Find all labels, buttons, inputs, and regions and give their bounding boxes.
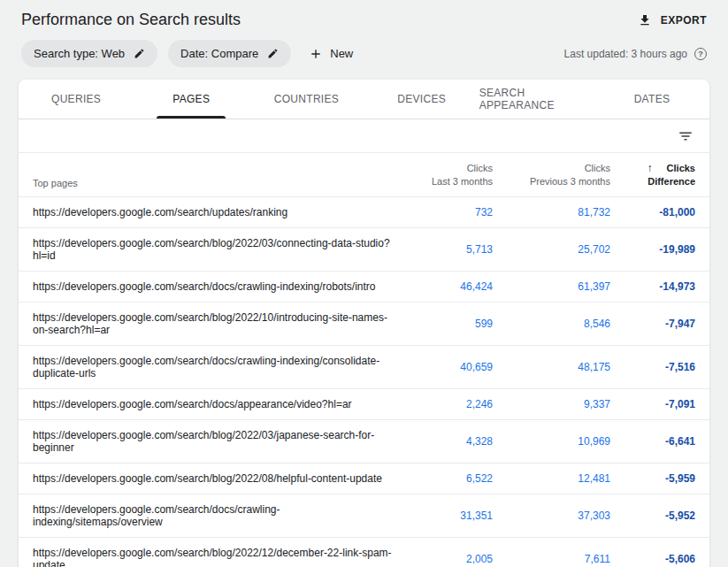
clicks-previous-3-months-value: 12,481: [493, 464, 610, 494]
search-console-performance-page: Performance on Search results EXPORT Sea…: [0, 0, 728, 567]
clicks-previous-3-months-value: 37,303: [493, 494, 610, 538]
clicks-difference-value: -7,947: [610, 303, 709, 346]
help-icon[interactable]: ?: [694, 48, 707, 60]
new-filter-label: New: [330, 47, 353, 60]
clicks-difference-value: -5,959: [610, 464, 709, 494]
clicks-last-3-months-value: 2,246: [394, 389, 493, 420]
clicks-difference-value: -6,641: [610, 420, 709, 464]
clicks-difference-value: -14,973: [610, 272, 709, 303]
page-url[interactable]: https://developers.google.com/search/doc…: [19, 272, 394, 303]
date-compare-chip-label: Date: Compare: [180, 47, 258, 60]
clicks-last-3-months-value: 40,659: [394, 346, 493, 389]
page-url[interactable]: https://developers.google.com/search/blo…: [19, 420, 394, 464]
clicks-previous-3-months-value: 25,702: [493, 228, 610, 272]
table-row[interactable]: https://developers.google.com/search/upd…: [19, 197, 709, 228]
table-row[interactable]: https://developers.google.com/search/blo…: [19, 464, 709, 494]
search-type-chip-label: Search type: Web: [34, 47, 125, 60]
clicks-difference-value: -5,606: [610, 538, 709, 567]
plus-icon: [309, 47, 323, 61]
col-header-top-pages[interactable]: Top pages: [19, 153, 394, 197]
page-url[interactable]: https://developers.google.com/search/blo…: [19, 538, 394, 567]
clicks-last-3-months-value: 732: [394, 197, 493, 228]
tab-dates[interactable]: DATES: [594, 80, 709, 119]
table-row[interactable]: https://developers.google.com/search/blo…: [19, 538, 709, 567]
clicks-difference-value: -7,091: [610, 389, 709, 420]
tab-search-appearance[interactable]: SEARCH APPEARANCE: [479, 80, 594, 119]
export-button[interactable]: EXPORT: [638, 13, 707, 27]
table-row[interactable]: https://developers.google.com/search/doc…: [19, 389, 709, 420]
page-url[interactable]: https://developers.google.com/search/doc…: [19, 346, 394, 389]
tab-label: DATES: [634, 93, 671, 105]
tab-devices[interactable]: DEVICES: [364, 80, 479, 119]
table-row[interactable]: https://developers.google.com/search/blo…: [19, 303, 709, 346]
col-header-clicks-last-3-months[interactable]: Clicks Last 3 months: [394, 153, 493, 197]
clicks-last-3-months-value: 5,713: [394, 228, 493, 272]
sort-ascending-icon: ↑: [648, 162, 653, 174]
filter-chips: Search type: Web Date: Compare New: [21, 40, 353, 67]
top-pages-table: Top pages Clicks Last 3 months Clicks Pr…: [19, 153, 709, 567]
col-header-clicks-previous-3-months[interactable]: Clicks Previous 3 months: [493, 153, 610, 197]
page-header: Performance on Search results EXPORT: [0, 0, 728, 33]
clicks-previous-3-months-value: 10,969: [493, 420, 610, 464]
edit-pencil-icon: [267, 48, 279, 59]
col-header-clicks-difference[interactable]: ↑Clicks Difference: [610, 153, 709, 197]
edit-pencil-icon: [134, 48, 145, 59]
table-row[interactable]: https://developers.google.com/search/doc…: [19, 346, 709, 389]
tab-pages[interactable]: PAGES: [134, 80, 249, 119]
download-icon: [638, 13, 652, 27]
last-updated: Last updated: 3 hours ago ?: [564, 48, 707, 60]
clicks-previous-3-months-value: 48,175: [493, 346, 610, 389]
clicks-last-3-months-value: 31,351: [394, 494, 493, 538]
tab-countries[interactable]: COUNTRIES: [249, 80, 364, 119]
col-header-line: Previous 3 months: [493, 175, 610, 188]
clicks-previous-3-months-value: 7,611: [493, 538, 610, 567]
page-url[interactable]: https://developers.google.com/search/upd…: [19, 197, 394, 228]
clicks-last-3-months-value: 2,005: [394, 538, 493, 567]
table-toolbar: [19, 119, 709, 153]
clicks-last-3-months-value: 599: [394, 303, 493, 346]
table-row[interactable]: https://developers.google.com/search/blo…: [19, 420, 709, 464]
table-row[interactable]: https://developers.google.com/search/doc…: [19, 272, 709, 303]
table-row[interactable]: https://developers.google.com/search/blo…: [19, 228, 709, 272]
tab-label: COUNTRIES: [274, 93, 339, 105]
filter-list-icon: [678, 128, 694, 144]
tab-label: DEVICES: [397, 93, 446, 105]
clicks-difference-value: -7,516: [610, 346, 709, 389]
col-header-line: ↑Clicks: [610, 162, 695, 175]
table-row[interactable]: https://developers.google.com/search/doc…: [19, 494, 709, 538]
clicks-previous-3-months-value: 8,546: [493, 303, 610, 346]
clicks-previous-3-months-value: 61,397: [493, 272, 610, 303]
page-title: Performance on Search results: [21, 11, 241, 29]
page-url[interactable]: https://developers.google.com/search/blo…: [19, 464, 394, 494]
page-url[interactable]: https://developers.google.com/search/blo…: [19, 228, 394, 272]
tab-label: SEARCH APPEARANCE: [479, 87, 594, 111]
tab-queries[interactable]: QUERIES: [19, 80, 134, 119]
col-header-line: Difference: [610, 175, 695, 188]
clicks-difference-value: -81,000: [610, 197, 709, 228]
performance-table-card: QUERIES PAGES COUNTRIES DEVICES SEARCH A…: [19, 80, 709, 567]
filter-rows-button[interactable]: [674, 125, 697, 148]
clicks-last-3-months-value: 4,328: [394, 420, 493, 464]
clicks-previous-3-months-value: 9,337: [493, 389, 610, 420]
tab-label: QUERIES: [51, 93, 101, 105]
search-type-chip[interactable]: Search type: Web: [21, 40, 157, 67]
clicks-previous-3-months-value: 81,732: [493, 197, 610, 228]
col-header-line: Clicks: [493, 162, 610, 175]
table-header-row: Top pages Clicks Last 3 months Clicks Pr…: [19, 153, 709, 197]
clicks-last-3-months-value: 6,522: [394, 464, 493, 494]
tab-bar: QUERIES PAGES COUNTRIES DEVICES SEARCH A…: [19, 80, 709, 119]
tab-label: PAGES: [172, 93, 210, 105]
page-url[interactable]: https://developers.google.com/search/blo…: [19, 303, 394, 346]
clicks-last-3-months-value: 46,424: [394, 272, 493, 303]
date-compare-chip[interactable]: Date: Compare: [168, 40, 291, 67]
clicks-difference-value: -5,952: [610, 494, 709, 538]
export-label: EXPORT: [661, 14, 707, 27]
new-filter-button[interactable]: New: [309, 47, 353, 61]
clicks-difference-value: -19,989: [610, 228, 709, 272]
page-url[interactable]: https://developers.google.com/search/doc…: [19, 389, 394, 420]
col-header-text: Clicks: [667, 163, 695, 173]
last-updated-text: Last updated: 3 hours ago: [564, 48, 687, 60]
table-body: https://developers.google.com/search/upd…: [19, 197, 709, 567]
col-header-line: Last 3 months: [394, 175, 493, 188]
page-url[interactable]: https://developers.google.com/search/doc…: [19, 494, 394, 538]
